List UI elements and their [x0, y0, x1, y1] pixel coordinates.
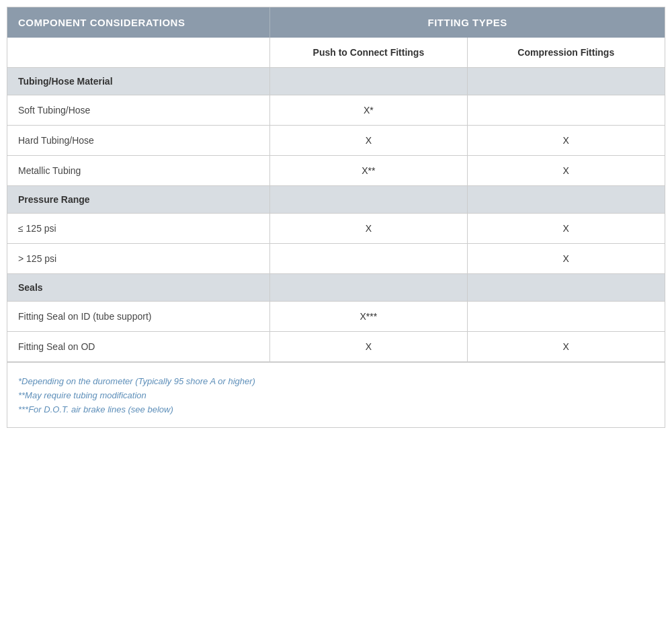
section-row-seals: Seals	[7, 274, 665, 302]
table-row: Soft Tubing/Hose X*	[7, 95, 665, 126]
section-label-seals: Seals	[7, 274, 270, 301]
table-row: > 125 psi X	[7, 244, 665, 274]
row-label: Soft Tubing/Hose	[7, 95, 270, 125]
row-push-value: X	[270, 214, 467, 243]
table-row: ≤ 125 psi X X	[7, 214, 665, 244]
table-row: Metallic Tubing X** X	[7, 156, 665, 186]
row-push-value: X	[270, 126, 467, 155]
row-push-value: X***	[270, 302, 467, 331]
row-label: Hard Tubing/Hose	[7, 126, 270, 155]
row-push-value: X	[270, 332, 467, 361]
sub-header-left	[7, 38, 270, 67]
row-comp-value	[468, 95, 665, 125]
row-push-value: X*	[270, 95, 467, 125]
table-row: Hard Tubing/Hose X X	[7, 126, 665, 156]
section-comp-pressure	[468, 186, 665, 213]
section-row-pressure: Pressure Range	[7, 186, 665, 214]
table-row: Fitting Seal on OD X X	[7, 332, 665, 362]
row-comp-value: X	[468, 126, 665, 155]
section-push-seals	[270, 274, 467, 301]
row-push-value: X**	[270, 156, 467, 185]
section-comp-tubing	[468, 68, 665, 95]
section-push-pressure	[270, 186, 467, 213]
main-header-row: COMPONENT CONSIDERATIONS FITTING TYPES	[7, 7, 665, 38]
compression-header: Compression Fittings	[468, 38, 665, 67]
section-label-pressure: Pressure Range	[7, 186, 270, 213]
push-connect-header: Push to Connect Fittings	[270, 38, 467, 67]
row-label: ≤ 125 psi	[7, 214, 270, 243]
section-comp-seals	[468, 274, 665, 301]
component-considerations-header: COMPONENT CONSIDERATIONS	[7, 7, 270, 38]
row-label: > 125 psi	[7, 244, 270, 273]
section-row-tubing: Tubing/Hose Material	[7, 68, 665, 95]
sub-header-row: Push to Connect Fittings Compression Fit…	[7, 38, 665, 68]
footnote-3: ***For D.O.T. air brake lines (see below…	[18, 403, 654, 417]
row-comp-value	[468, 302, 665, 331]
row-label: Fitting Seal on OD	[7, 332, 270, 361]
comparison-table: COMPONENT CONSIDERATIONS FITTING TYPES P…	[7, 7, 665, 428]
row-comp-value: X	[468, 244, 665, 273]
row-comp-value: X	[468, 214, 665, 243]
row-comp-value: X	[468, 156, 665, 185]
row-label: Fitting Seal on ID (tube support)	[7, 302, 270, 331]
table-row: Fitting Seal on ID (tube support) X***	[7, 302, 665, 332]
row-push-value	[270, 244, 467, 273]
footnote-2: **May require tubing modification	[18, 389, 654, 403]
row-label: Metallic Tubing	[7, 156, 270, 185]
footnotes-section: *Depending on the durometer (Typically 9…	[7, 362, 665, 427]
footnote-1: *Depending on the durometer (Typically 9…	[18, 375, 654, 389]
row-comp-value: X	[468, 332, 665, 361]
fitting-types-header: FITTING TYPES	[270, 7, 665, 38]
section-label-tubing: Tubing/Hose Material	[7, 68, 270, 95]
section-push-tubing	[270, 68, 467, 95]
